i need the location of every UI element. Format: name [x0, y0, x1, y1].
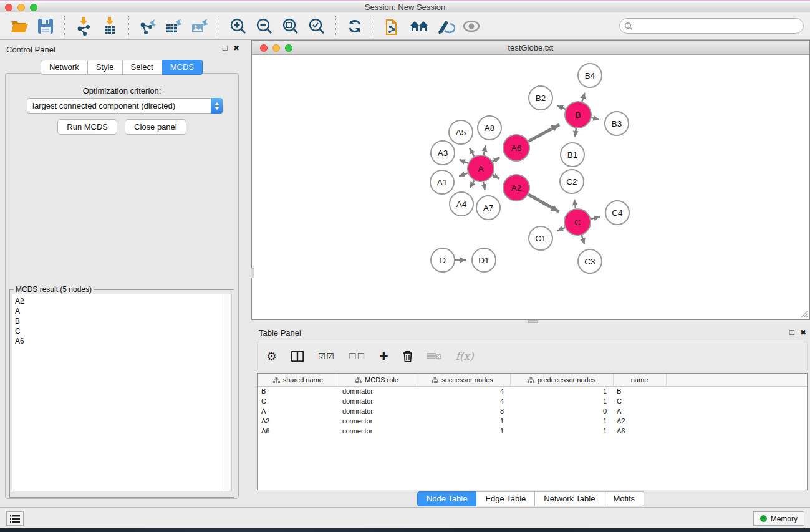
- cell-shared-name: B: [258, 386, 339, 396]
- edge-A6-B[interactable]: [528, 125, 559, 142]
- column-header-successor-nodes[interactable]: successor nodes: [415, 374, 510, 386]
- control-panel-tabs: NetworkStyleSelectMCDS: [0, 60, 243, 75]
- close-panel-button[interactable]: Close panel: [125, 119, 186, 135]
- cell-successor-nodes: 4: [415, 396, 510, 406]
- edge-A-A3[interactable]: [460, 160, 468, 163]
- edge-A-A5[interactable]: [470, 148, 474, 156]
- resize-grip-icon[interactable]: [799, 309, 808, 318]
- column-header-label: name: [631, 376, 648, 384]
- select-all-icon[interactable]: ☑☑: [318, 351, 335, 361]
- edge-C-C4[interactable]: [591, 217, 599, 219]
- open-session-button[interactable]: [9, 16, 30, 37]
- edge-B-B2[interactable]: [557, 105, 566, 109]
- export-network-button[interactable]: [137, 16, 158, 37]
- export-table-button[interactable]: [163, 16, 185, 37]
- tab-network-table[interactable]: Network Table: [535, 491, 604, 506]
- edge-B-B4[interactable]: [582, 93, 584, 102]
- edge-A-A4[interactable]: [470, 180, 475, 188]
- criterion-dropdown[interactable]: largest connected component (directed): [27, 98, 223, 114]
- window-titlebar: Session: New Session: [0, 0, 810, 12]
- result-scrollbar[interactable]: [224, 294, 231, 491]
- edge-A2-C[interactable]: [528, 195, 559, 212]
- tab-mcds[interactable]: MCDS: [162, 60, 203, 75]
- tab-network[interactable]: Network: [41, 60, 88, 75]
- float-panel-icon[interactable]: □: [223, 44, 228, 52]
- mcds-result-item[interactable]: C: [15, 326, 231, 336]
- table-row-A6[interactable]: A6connector11A6: [258, 426, 807, 436]
- export-image-button[interactable]: [190, 16, 211, 37]
- table-row-A2[interactable]: A2connector11A2: [258, 416, 807, 426]
- control-panel: Control Panel □ ✖ NetworkStyleSelectMCDS…: [0, 40, 243, 507]
- table-row-A[interactable]: Adominator80A: [258, 406, 807, 416]
- refresh-button[interactable]: [344, 16, 365, 37]
- column-header-shared-name[interactable]: shared name: [258, 374, 339, 386]
- cell-filler: [666, 396, 807, 406]
- edge-B-B3[interactable]: [592, 118, 599, 120]
- table-row-C[interactable]: Cdominator41C: [258, 396, 807, 406]
- zoom-in-button[interactable]: [228, 16, 249, 37]
- edge-A-A7[interactable]: [483, 182, 485, 190]
- show-columns-icon[interactable]: [291, 351, 304, 362]
- import-network-button[interactable]: [73, 16, 94, 37]
- memory-button[interactable]: Memory: [753, 511, 804, 526]
- search-input[interactable]: [633, 20, 803, 32]
- edge-A-A2[interactable]: [493, 175, 499, 179]
- mcds-result-item[interactable]: A2: [15, 296, 231, 306]
- clone-network-button[interactable]: [382, 16, 403, 37]
- tab-edge-table[interactable]: Edge Table: [476, 491, 535, 506]
- table-settings-gear-icon[interactable]: ⚙: [266, 349, 277, 363]
- network-canvas[interactable]: AA1A2A3A4A5A6A7A8BB1B2B3B4CC1C2C3C4DD1: [252, 55, 809, 319]
- cell-shared-name: C: [258, 396, 339, 406]
- edge-C-C3[interactable]: [582, 235, 585, 244]
- column-header-label: MCDS role: [365, 376, 398, 384]
- network-window-titlebar[interactable]: testGlobe.txt: [252, 41, 809, 55]
- tab-node-table[interactable]: Node Table: [417, 491, 477, 506]
- zoom-selected-button[interactable]: [306, 16, 327, 37]
- tab-style[interactable]: Style: [88, 60, 123, 75]
- zoom-selected-icon: [308, 17, 325, 35]
- edge-A-A1[interactable]: [459, 173, 468, 176]
- annotation-mode-button[interactable]: [435, 16, 456, 37]
- first-neighbors-button[interactable]: [408, 16, 430, 37]
- delete-column-trash-icon[interactable]: [402, 350, 413, 363]
- edge-C-C1[interactable]: [557, 228, 565, 231]
- column-type-icon: [273, 377, 280, 383]
- column-header-predecessor-nodes[interactable]: predecessor nodes: [510, 374, 613, 386]
- run-mcds-button[interactable]: Run MCDS: [57, 119, 117, 135]
- cell-predecessor-nodes: 0: [510, 406, 613, 416]
- zoom-out-icon: [256, 17, 273, 35]
- edge-A-A8[interactable]: [484, 145, 486, 155]
- show-hide-button[interactable]: [461, 16, 482, 37]
- toolbar-separator: [219, 16, 219, 36]
- node-label-A6: A6: [511, 143, 522, 153]
- column-header-name[interactable]: name: [613, 374, 666, 386]
- float-table-panel-icon[interactable]: □: [789, 329, 794, 336]
- zoom-fit-button[interactable]: [280, 16, 301, 37]
- close-table-panel-icon[interactable]: ✖: [800, 329, 806, 336]
- toolbar-separator: [128, 16, 129, 36]
- column-header-label: successor nodes: [441, 376, 493, 384]
- mcds-result-item[interactable]: B: [15, 316, 231, 326]
- add-column-icon[interactable]: ✚: [379, 350, 388, 362]
- edge-B-B1[interactable]: [575, 128, 576, 137]
- tab-motifs[interactable]: Motifs: [604, 491, 644, 506]
- mcds-result-item[interactable]: A6: [15, 336, 231, 346]
- zoom-out-button[interactable]: [254, 16, 275, 37]
- splitter-handle[interactable]: [251, 268, 254, 278]
- mcds-result-item[interactable]: A: [15, 306, 231, 316]
- close-panel-icon[interactable]: ✖: [233, 44, 239, 52]
- table-row-B[interactable]: Bdominator41B: [258, 386, 807, 396]
- zoom-in-icon: [229, 17, 247, 35]
- edge-A-A6[interactable]: [493, 158, 499, 162]
- column-header-MCDS-role[interactable]: MCDS role: [339, 374, 415, 386]
- refresh-icon: [347, 18, 363, 34]
- edge-C-C2[interactable]: [574, 200, 576, 209]
- cell-filler: [666, 406, 807, 416]
- save-session-button[interactable]: [35, 16, 56, 37]
- deselect-all-icon[interactable]: ☐☐: [349, 351, 365, 361]
- task-history-button[interactable]: [6, 511, 24, 526]
- import-table-button[interactable]: [99, 16, 120, 37]
- tab-select[interactable]: Select: [123, 60, 162, 75]
- horizontal-splitter-handle[interactable]: [528, 320, 538, 323]
- delete-table-icon: [427, 351, 442, 361]
